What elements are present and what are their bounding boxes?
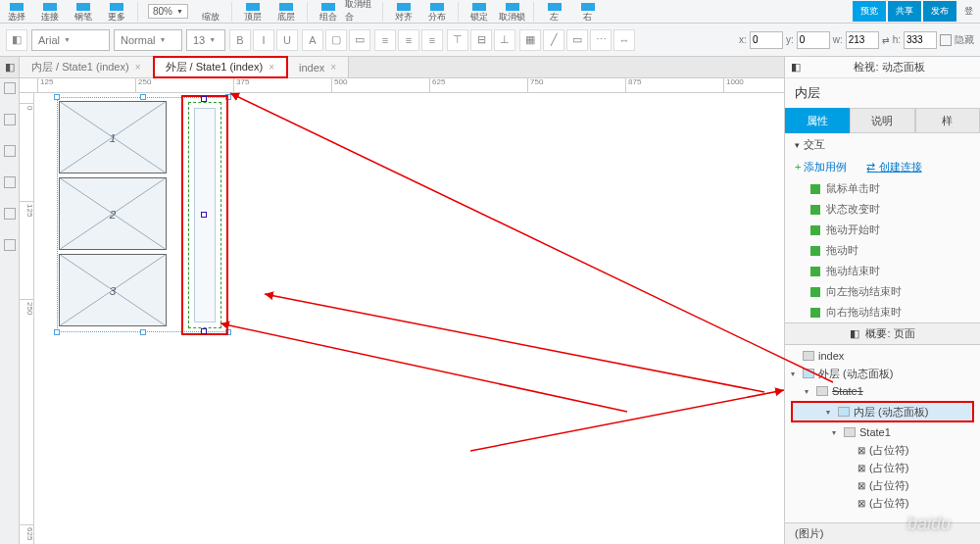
valign-middle-button[interactable]: ⊟ [470, 29, 492, 51]
placeholder-widget[interactable]: 3 [59, 254, 167, 326]
inspector-tab-说明[interactable]: 说明 [850, 108, 914, 133]
bold-button[interactable]: B [229, 29, 251, 51]
ribbon-底层[interactable]: 底层 [270, 0, 303, 24]
event-状态改变时[interactable]: 状态改变时 [785, 199, 980, 220]
section-interaction[interactable]: ▾交互 [785, 133, 980, 156]
ribbon-组合[interactable]: 组合 [312, 0, 345, 24]
h-input[interactable] [904, 31, 937, 49]
format-bar: ◧ Arial▼ Normal▼ 13▼ B I U A ▢ ▭ ≡ ≡ ≡ ⊤… [0, 24, 980, 57]
ribbon-选择[interactable]: 选择 [0, 0, 33, 24]
tool-icon[interactable] [4, 176, 16, 188]
tree-node[interactable]: ▾State1 [785, 382, 980, 400]
inspector-tab-样[interactable]: 样 [915, 108, 980, 133]
tool-icon[interactable] [4, 114, 16, 125]
add-case-link[interactable]: 添加用例 [795, 160, 847, 174]
inspector-header: ◧检视: 动态面板 [785, 57, 980, 78]
line-button[interactable]: ╱ [543, 29, 564, 51]
arrow-button[interactable]: ↔ [613, 29, 635, 51]
ribbon-连接[interactable]: 连接 [33, 0, 67, 24]
tabs-left-tool[interactable]: ◧ [0, 57, 20, 77]
font-weight-dropdown[interactable]: Normal▼ [114, 29, 182, 51]
tree-node[interactable]: ⊠(占位符) [785, 459, 980, 476]
event-向左拖动结束时[interactable]: 向左拖动结束时 [785, 281, 980, 302]
ribbon-钢笔[interactable]: 钢笔 [67, 0, 100, 24]
panel-toggle-icon[interactable]: ◧ [6, 29, 27, 51]
event-鼠标单击时[interactable]: 鼠标单击时 [785, 178, 980, 199]
document-tab[interactable]: 外层 / State1 (index)× [154, 57, 288, 77]
ribbon-共享[interactable]: 共享 [888, 1, 921, 22]
placeholder-widget[interactable]: 2 [59, 177, 167, 250]
ribbon-对齐[interactable]: 对齐 [387, 0, 420, 24]
align-right-button[interactable]: ≡ [421, 29, 443, 51]
vertical-ruler: 0125250625 [20, 93, 34, 544]
create-link-link[interactable]: ⇄ 创建连接 [866, 160, 921, 174]
event-icon [810, 205, 820, 215]
border-button[interactable]: ▭ [566, 29, 588, 51]
font-size-dropdown[interactable]: 13▼ [186, 29, 225, 51]
inspector-tabs: 属性说明样 [785, 108, 980, 133]
event-向右拖动结束时[interactable]: 向右拖动结束时 [785, 302, 980, 322]
inspector-tab-属性[interactable]: 属性 [785, 108, 850, 133]
document-tab[interactable]: index× [287, 57, 349, 77]
ribbon-取消组合[interactable]: 取消组合 [345, 0, 378, 24]
ribbon-toolbar: 选择连接钢笔更多80%▼缩放顶层底层组合取消组合对齐分布锁定取消锁左右 预览共享… [0, 0, 980, 24]
ribbon-更多[interactable]: 更多 [100, 0, 133, 24]
ribbon-发布[interactable]: 发布 [923, 1, 956, 22]
ribbon-锁定[interactable]: 锁定 [463, 0, 496, 24]
border-color-button[interactable]: ▭ [349, 29, 370, 51]
tree-node[interactable]: index [785, 347, 980, 365]
document-tab[interactable]: 内层 / State1 (index)× [20, 57, 154, 77]
align-left-button[interactable]: ≡ [374, 29, 396, 51]
close-icon[interactable]: × [135, 62, 141, 73]
close-icon[interactable]: × [330, 62, 336, 73]
font-family-dropdown[interactable]: Arial▼ [31, 29, 110, 51]
w-input[interactable] [846, 31, 879, 49]
ribbon-右[interactable]: 右 [571, 0, 605, 24]
text-color-button[interactable]: A [302, 29, 323, 51]
svg-text:3: 3 [110, 284, 117, 297]
valign-top-button[interactable]: ⊤ [447, 29, 468, 51]
event-拖动时[interactable]: 拖动时 [785, 240, 980, 261]
hidden-checkbox[interactable] [940, 34, 952, 46]
ribbon-左[interactable]: 左 [538, 0, 571, 24]
ribbon-分布[interactable]: 分布 [420, 0, 454, 24]
svg-text:2: 2 [109, 208, 117, 221]
ribbon-取消锁[interactable]: 取消锁 [496, 0, 529, 24]
canvas[interactable]: 123 [34, 93, 784, 544]
ops-button[interactable]: ⋯ [590, 29, 612, 51]
tree-node[interactable]: ⊠(占位符) [785, 476, 980, 494]
tree-node[interactable]: ▾内层 (动态面板) [793, 403, 972, 420]
tree-node[interactable]: ⊠(占位符) [785, 494, 980, 512]
event-拖动结束时[interactable]: 拖动结束时 [785, 261, 980, 281]
italic-button[interactable]: I [253, 29, 274, 51]
canvas-area: 1252503755006257508751000 0125250625 123 [20, 78, 784, 544]
tree-node[interactable]: ▾外层 (动态面板) [785, 365, 980, 382]
tree-node[interactable]: ▾State1 [785, 423, 980, 441]
zoom-dropdown[interactable]: 80%▼ [148, 4, 188, 19]
fill-color-button[interactable]: ▢ [325, 29, 347, 51]
tree-node[interactable]: ⊠(占位符) [785, 441, 980, 459]
y-input[interactable] [797, 31, 830, 49]
left-tool-column [0, 78, 20, 544]
tool-icon[interactable] [4, 239, 16, 251]
valign-bottom-button[interactable]: ⊥ [494, 29, 515, 51]
watermark: baidu [907, 514, 951, 534]
fill-button[interactable]: ▦ [519, 29, 541, 51]
ribbon-顶层[interactable]: 顶层 [236, 0, 270, 24]
tool-icon[interactable] [4, 82, 16, 94]
underline-button[interactable]: U [276, 29, 298, 51]
tool-icon[interactable] [4, 145, 16, 157]
event-拖动开始时[interactable]: 拖动开始时 [785, 220, 980, 240]
close-icon[interactable]: × [269, 62, 274, 73]
widget-name[interactable]: 内层 [785, 78, 980, 108]
align-center-button[interactable]: ≡ [398, 29, 419, 51]
selected-panel-highlight[interactable] [181, 95, 228, 335]
x-input[interactable] [750, 31, 783, 49]
event-icon [810, 246, 820, 256]
login-button[interactable]: 登 [956, 5, 980, 18]
inspector-panel: ◧检视: 动态面板 内层 属性说明样 ▾交互 添加用例 ⇄ 创建连接 鼠标单击时… [784, 57, 980, 544]
ribbon-预览[interactable]: 预览 [853, 1, 886, 22]
placeholder-widget[interactable]: 1 [59, 101, 167, 173]
outline-header: ◧概要: 页面 [785, 322, 980, 345]
tool-icon[interactable] [4, 208, 16, 220]
